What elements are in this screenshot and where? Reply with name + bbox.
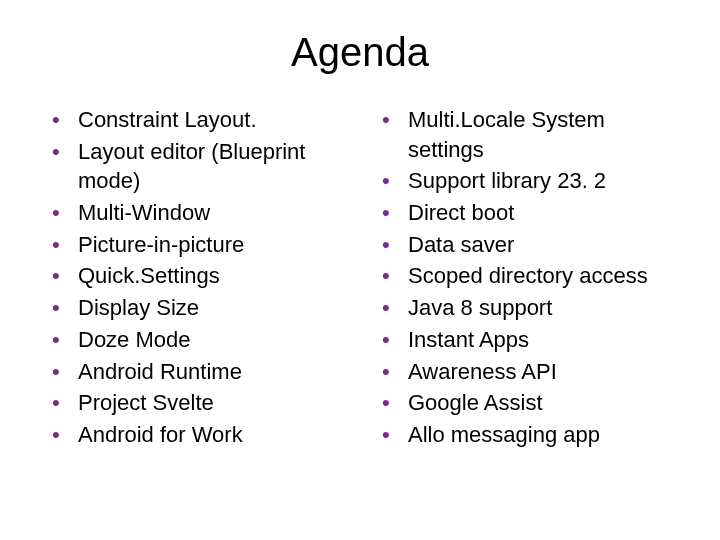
list-item: Android for Work — [50, 420, 340, 450]
list-item: Layout editor (Blueprint mode) — [50, 137, 340, 196]
left-column: Constraint Layout. Layout editor (Bluepr… — [50, 105, 340, 452]
list-item: Multi.Locale System settings — [380, 105, 670, 164]
left-list: Constraint Layout. Layout editor (Bluepr… — [50, 105, 340, 450]
list-item: Allo messaging app — [380, 420, 670, 450]
page-title: Agenda — [40, 30, 680, 75]
list-item: Instant Apps — [380, 325, 670, 355]
list-item: Picture-in-picture — [50, 230, 340, 260]
list-item: Quick.Settings — [50, 261, 340, 291]
list-item: Scoped directory access — [380, 261, 670, 291]
list-item: Awareness API — [380, 357, 670, 387]
list-item: Constraint Layout. — [50, 105, 340, 135]
slide: Agenda Constraint Layout. Layout editor … — [0, 0, 720, 540]
list-item: Multi-Window — [50, 198, 340, 228]
list-item: Direct boot — [380, 198, 670, 228]
content-columns: Constraint Layout. Layout editor (Bluepr… — [40, 105, 680, 452]
list-item: Android Runtime — [50, 357, 340, 387]
list-item: Data saver — [380, 230, 670, 260]
list-item: Display Size — [50, 293, 340, 323]
right-list: Multi.Locale System settings Support lib… — [380, 105, 670, 450]
list-item: Support library 23. 2 — [380, 166, 670, 196]
list-item: Project Svelte — [50, 388, 340, 418]
list-item: Google Assist — [380, 388, 670, 418]
right-column: Multi.Locale System settings Support lib… — [380, 105, 670, 452]
list-item: Java 8 support — [380, 293, 670, 323]
list-item: Doze Mode — [50, 325, 340, 355]
